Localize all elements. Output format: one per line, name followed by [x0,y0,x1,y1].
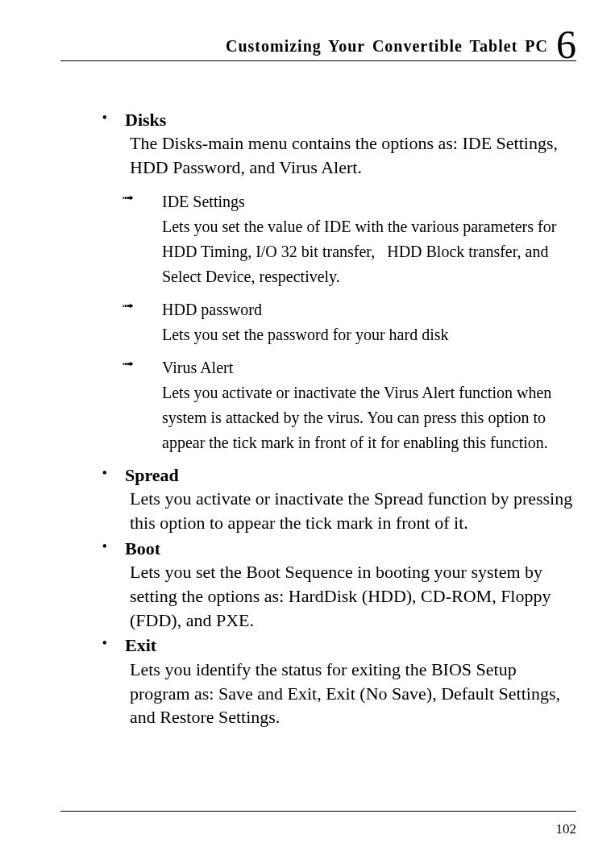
sub-list: IDE Settings Lets you set the value of I… [123,189,576,455]
section-body: Lets you set the Boot Sequence in bootin… [125,560,576,632]
section-exit: Exit Lets you identify the status for ex… [101,633,576,729]
sub-title: Virus Alert [162,355,576,380]
sub-body: Lets you set the password for your hard … [162,322,576,347]
section-title: Exit [125,633,576,658]
header-title: Customizing Your Convertible Tablet PC [226,38,548,54]
section-list: Disks The Disks-main menu contains the o… [101,108,576,730]
page-footer: 102 [60,811,576,837]
section-spread: Spread Lets you activate or inactivate t… [101,463,576,535]
sub-hdd-password: HDD password Lets you set the password f… [123,297,576,347]
sub-body: Lets you activate or inactivate the Viru… [162,380,576,455]
sub-title: IDE Settings [162,189,576,214]
page-content: Disks The Disks-main menu contains the o… [60,108,576,730]
sub-ide-settings: IDE Settings Lets you set the value of I… [123,189,576,289]
sub-virus-alert: Virus Alert Lets you activate or inactiv… [123,355,576,455]
section-title: Boot [125,537,576,561]
section-title: Spread [125,463,576,488]
page-header: Customizing Your Convertible Tablet PC 6 [60,21,576,61]
section-body: Lets you activate or inactivate the Spre… [125,487,576,534]
chapter-number: 6 [556,27,576,62]
section-boot: Boot Lets you set the Boot Sequence in b… [101,537,576,633]
section-title: Disks [125,108,576,132]
section-body: Lets you identify the status for exiting… [125,658,576,729]
section-disks: Disks The Disks-main menu contains the o… [101,108,576,455]
section-body: The Disks-main menu contains the options… [125,131,576,179]
sub-title: HDD password [162,297,576,322]
page-number: 102 [556,821,577,837]
sub-body: Lets you set the value of IDE with the v… [162,214,576,289]
